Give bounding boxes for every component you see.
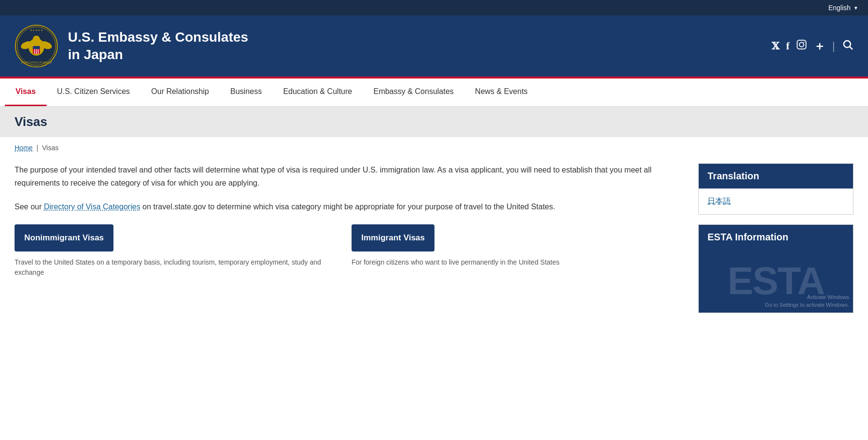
sidebar: Translation 日本語 ESTA Information ESTA Ac… (698, 163, 853, 323)
immigrant-visas-button[interactable]: Immigrant Visas (352, 224, 434, 251)
breadcrumb-current: Visas (42, 144, 59, 152)
main-layout: The purpose of your intended travel and … (0, 158, 868, 337)
search-icon[interactable] (842, 39, 853, 53)
nav-item-visas[interactable]: Visas (5, 79, 47, 106)
esta-box-header: ESTA Information (699, 225, 853, 250)
language-selector[interactable]: English ▼ (828, 4, 858, 12)
main-content: The purpose of your intended travel and … (15, 163, 698, 323)
translation-box-header: Translation (699, 164, 853, 189)
site-header: ★ ★ ★ ★ ★ UNITED STATES OF AMERICA U.S. … (0, 16, 868, 79)
intro-paragraph-2: See our Directory of Visa Categories on … (15, 200, 679, 213)
page-title-band: Visas (0, 107, 868, 137)
logo-area: ★ ★ ★ ★ ★ UNITED STATES OF AMERICA U.S. … (15, 24, 248, 68)
twitter-icon[interactable]: 𝕏 (772, 40, 779, 52)
breadcrumb-home[interactable]: Home (15, 144, 32, 152)
header-icons: 𝕏 f ＋ | (772, 38, 853, 54)
svg-point-15 (800, 42, 804, 47)
visa-categories-link[interactable]: Directory of Visa Categories (44, 203, 140, 211)
svg-text:★ ★ ★ ★ ★: ★ ★ ★ ★ ★ (30, 29, 43, 31)
svg-text:UNITED STATES OF AMERICA: UNITED STATES OF AMERICA (21, 62, 52, 64)
site-title: U.S. Embassy & Consulates in Japan (68, 29, 248, 64)
site-title-block: U.S. Embassy & Consulates in Japan (68, 29, 248, 64)
nav-item-news-events[interactable]: News & Events (465, 79, 538, 106)
nav-item-embassy-consulates[interactable]: Embassy & Consulates (363, 79, 464, 106)
svg-point-10 (33, 35, 40, 42)
icon-divider: | (832, 40, 835, 52)
breadcrumb-sep: | (36, 144, 38, 152)
nav-item-education-culture[interactable]: Education & Culture (273, 79, 363, 106)
language-label: English (828, 4, 851, 12)
main-nav: Visas U.S. Citizen Services Our Relation… (0, 79, 868, 107)
plus-icon[interactable]: ＋ (814, 38, 825, 54)
nav-item-citizen-services[interactable]: U.S. Citizen Services (47, 79, 141, 106)
esta-box: ESTA Information ESTA Activate Windows G… (698, 224, 853, 313)
japanese-translation-link[interactable]: 日本語 (707, 197, 731, 205)
svg-point-16 (804, 42, 804, 43)
translation-box: Translation 日本語 (698, 163, 853, 215)
svg-line-18 (850, 47, 853, 50)
intro-paragraph-1: The purpose of your intended travel and … (15, 163, 679, 189)
breadcrumb: Home | Visas (0, 137, 868, 158)
translation-box-content: 日本語 (699, 189, 853, 214)
chevron-down-icon: ▼ (853, 5, 858, 11)
svg-point-17 (844, 41, 851, 47)
visa-buttons-section: Nonimmigrant Visas Travel to the United … (15, 224, 679, 278)
immigrant-desc: For foreign citizens who want to live pe… (352, 257, 679, 267)
page-title: Visas (15, 114, 47, 129)
esta-image: ESTA Activate Windows Go to Settings to … (699, 250, 853, 313)
facebook-icon[interactable]: f (786, 40, 789, 52)
svg-rect-14 (797, 40, 806, 49)
seal-logo: ★ ★ ★ ★ ★ UNITED STATES OF AMERICA (15, 24, 58, 68)
nav-item-business[interactable]: Business (220, 79, 273, 106)
svg-rect-6 (33, 46, 40, 49)
nonimmigrant-desc: Travel to the United States on a tempora… (15, 257, 342, 278)
immigrant-col: Immigrant Visas For foreign citizens who… (352, 224, 679, 278)
instagram-icon[interactable] (796, 39, 807, 53)
top-bar: English ▼ (0, 0, 868, 16)
esta-watermark: Activate Windows Go to Settings to activ… (765, 294, 849, 309)
nonimmigrant-visas-button[interactable]: Nonimmigrant Visas (15, 224, 113, 251)
nav-item-our-relationship[interactable]: Our Relationship (141, 79, 220, 106)
nonimmigrant-col: Nonimmigrant Visas Travel to the United … (15, 224, 342, 278)
